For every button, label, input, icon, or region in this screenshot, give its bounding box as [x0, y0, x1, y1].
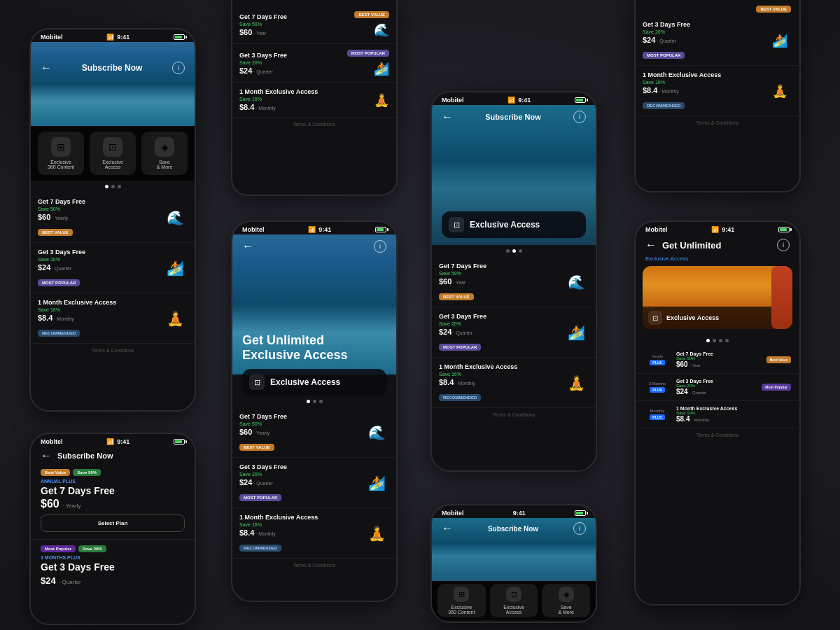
best-value-partial: Best Value: [756, 6, 791, 13]
carrier-4: Mobitel: [442, 97, 464, 104]
plan-row-quarterly-7[interactable]: 3 Months PLUS Get 3 Days Free Save 20% $…: [636, 374, 799, 401]
nav-title-1: Subscribe Now: [82, 63, 143, 73]
feature-save-label: Save& More: [157, 160, 173, 169]
most-popular-badge-1: Most Popular: [38, 279, 80, 286]
plan-yearly-6-info: Get 3 Days Free Save 20% $24· Quarter Mo…: [643, 21, 762, 59]
plan-quarterly-1[interactable]: Get 3 Days Free Save 20% $24· Quarter Mo…: [31, 243, 195, 293]
plan-monthly-6-save: Save 16%: [643, 80, 762, 85]
plan-quarterly-3-info: Get 3 Days Free Save 20% $24· Quarter Mo…: [239, 463, 358, 502]
plan-yearly-2-title: Get 7 Days Free: [239, 13, 349, 20]
terms-2[interactable]: Terms & Conditions: [232, 118, 396, 131]
plan-quarterly-3-price: $24· Quarter: [239, 478, 358, 486]
plan-yearly-2-info: Get 7 Days Free Save 50% $60· Year: [239, 13, 349, 36]
plan-yearly-6-title: Get 3 Days Free: [643, 21, 762, 28]
plan-yearly-4-title: Get 7 Days Free: [439, 262, 558, 270]
plan-monthly-2[interactable]: 1 Month Exclusive Access Save 16% $8.4· …: [232, 83, 396, 118]
plan-monthly-4-title: 1 Month Exclusive Access: [439, 363, 558, 370]
best-value-badge-1: Best Value: [38, 229, 73, 236]
carrier-3: Mobitel: [242, 226, 265, 233]
plan-monthly-3-save: Save 16%: [239, 522, 358, 527]
terms-6[interactable]: Terms & Conditions: [636, 116, 799, 130]
amount-period-monthly-7: · Monthly: [692, 418, 708, 422]
back-button-3[interactable]: ←: [242, 240, 253, 253]
plan-yearly-1[interactable]: Get 7 Days Free Save 50% $60· Yearly Bes…: [31, 192, 195, 243]
battery-icon-7: [778, 227, 790, 232]
plan-6-yearly-illus: 🏄: [767, 28, 792, 53]
features-row-1: ⊞ Exclusive360 Content ⊡ ExclusiveAccess…: [31, 126, 195, 181]
dot-row-4: [432, 245, 596, 257]
plan-quarterly-2[interactable]: Get 3 Days Free Save 20% $24· Quarter Mo…: [232, 44, 396, 83]
plan-row-monthly-7[interactable]: Monthly PLUS 1 Month Exclusive Access Sa…: [636, 401, 799, 428]
most-popular-badge-6: Most Popular: [643, 52, 685, 59]
dot-4-3: [519, 249, 522, 253]
status-bar-1: Mobitel 📶 9:41: [31, 29, 195, 42]
phone-subscribe-ocean: Mobitel 📶 9:41 ← Subscribe Now i ⊡ Exclu…: [430, 91, 597, 472]
period-col-yearly-7: Yearly PLUS: [644, 354, 671, 365]
plan-quarterly-info: Get 3 Days Free Save 20% $24· Quarter Mo…: [38, 248, 157, 287]
info-button-1[interactable]: i: [172, 62, 185, 74]
info-button-4[interactable]: i: [573, 111, 586, 123]
info-button-3[interactable]: i: [374, 240, 386, 253]
carrier-8: Mobitel: [41, 438, 63, 445]
plan-yearly-4[interactable]: Get 7 Days Free Save 50% $60· Year Best …: [432, 257, 596, 307]
select-plan-btn[interactable]: Select Plan: [41, 514, 185, 532]
plan-quarterly-3[interactable]: Get 3 Days Free Save 20% $24· Quarter Mo…: [232, 458, 396, 508]
feature-access-icon-5: ⊡: [506, 587, 522, 602]
plan-yearly-3[interactable]: Get 7 Days Free Save 50% $60· Yearly Bes…: [232, 407, 396, 458]
plan-monthly-6[interactable]: 1 Month Exclusive Access Save 16% $8.4· …: [636, 66, 799, 116]
quarterly-section: Most Popular Save 20% 3 MONTHS PLUS Get …: [31, 542, 195, 589]
back-button-1[interactable]: ←: [41, 62, 52, 74]
badge-quarterly-7: Most Popular: [762, 384, 791, 391]
plan-yearly-2[interactable]: Get 7 Days Free Save 50% $60· Year Best …: [232, 6, 396, 44]
battery-group-1: [174, 34, 185, 40]
plan-col-yearly-7: Get 7 Days Free Save 50% $60 · Year: [676, 351, 761, 368]
battery-icon-1: [174, 34, 185, 40]
feature-save-label-5: Save& More: [558, 605, 574, 615]
dot-3-1: [307, 400, 310, 403]
terms-4[interactable]: Terms & Conditions: [432, 408, 596, 421]
plus-pill-monthly-7: PLUS: [650, 414, 664, 420]
plan-monthly-1[interactable]: 1 Month Exclusive Access Save 16% $8.4· …: [31, 293, 195, 344]
plan-quarterly-4[interactable]: Get 3 Days Free Save 20% $24· Quarter Mo…: [432, 307, 596, 358]
terms-1[interactable]: Terms & Conditions: [31, 344, 195, 357]
plan-monthly-2-save: Save 16%: [239, 97, 368, 102]
plan-monthly-3-info: 1 Month Exclusive Access Save 16% $8.4· …: [239, 514, 358, 552]
info-button-7[interactable]: i: [777, 239, 790, 251]
plan-yearly-price: $60· Yearly: [38, 213, 157, 221]
plan-monthly-3[interactable]: 1 Month Exclusive Access Save 16% $8.4· …: [232, 508, 396, 559]
time-1: 9:41: [117, 34, 130, 41]
info-button-5[interactable]: i: [573, 522, 586, 535]
plan-monthly-2-info: 1 Month Exclusive Access Save 16% $8.4· …: [239, 88, 368, 111]
plan-yearly-6[interactable]: Get 3 Days Free Save 20% $24· Quarter Mo…: [636, 15, 799, 66]
terms-3[interactable]: Terms & Conditions: [232, 559, 396, 572]
dot-row-7: [636, 335, 799, 346]
plan-monthly-4[interactable]: 1 Month Exclusive Access Save 16% $8.4· …: [432, 358, 596, 408]
back-button-8[interactable]: ←: [41, 449, 52, 462]
back-button-5[interactable]: ←: [442, 522, 453, 535]
plan-yearly-info: Get 7 Days Free Save 50% $60· Yearly Bes…: [38, 198, 157, 237]
period-col-quarterly-7: 3 Months PLUS: [644, 382, 671, 393]
status-bar-4: Mobitel 📶 9:41: [432, 92, 596, 105]
thumb-exclusive-label-7: Exclusive Access: [666, 314, 719, 321]
exclusive-access-card: ⊡ Exclusive Access: [242, 369, 386, 396]
big-price-val: $60: [41, 498, 59, 510]
plan-yearly-title: Get 7 Days Free: [38, 198, 157, 205]
back-button-4[interactable]: ←: [442, 111, 453, 123]
plan-quarterly-4-info: Get 3 Days Free Save 20% $24· Quarter Mo…: [439, 313, 558, 351]
terms-7[interactable]: Terms & Conditions: [636, 428, 799, 442]
period-col-monthly-7: Monthly PLUS: [644, 409, 671, 420]
plan-row-yearly-7[interactable]: Yearly PLUS Get 7 Days Free Save 50% $60…: [636, 346, 799, 374]
plan-quarterly-3-save: Save 20%: [239, 472, 358, 477]
exclusive-label: Exclusive Access: [270, 377, 340, 387]
hero-image-3: ← i Get UnlimitedExclusive Access ⊡ Excl…: [232, 234, 396, 374]
save-20-sm: Save 20%: [78, 545, 106, 552]
best-value-badge-3: Best Value: [239, 444, 274, 451]
plan-3-monthly-illus: 🧘: [364, 521, 389, 546]
plan-monthly-info: 1 Month Exclusive Access Save 16% $8.4· …: [38, 299, 157, 337]
big-plan-title: Get 7 Days Free: [41, 485, 185, 496]
dot-1-1: [105, 185, 108, 188]
months-label: 3 MONTHS PLUS: [41, 555, 185, 560]
dot-4-1: [506, 249, 510, 253]
time-3: 9:41: [318, 226, 331, 233]
back-button-7[interactable]: ←: [645, 239, 657, 251]
